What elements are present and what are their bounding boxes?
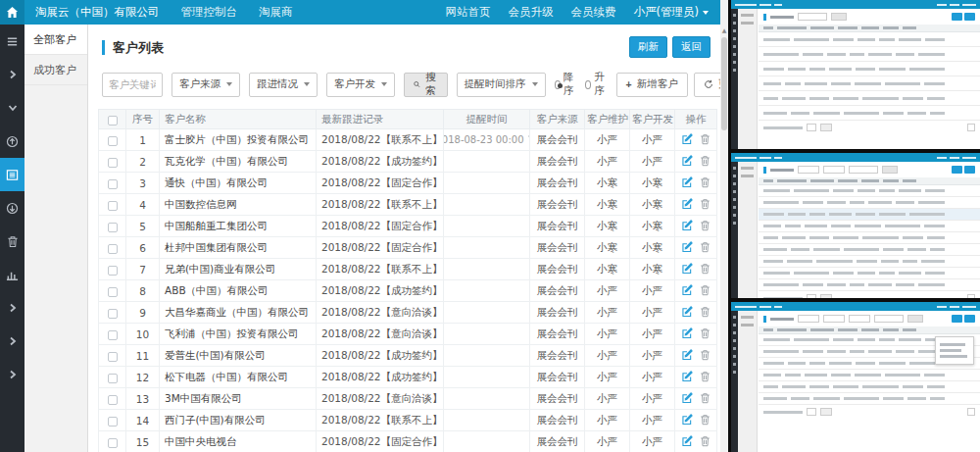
checkbox-cell	[99, 410, 126, 431]
delete-icon[interactable]	[700, 306, 710, 320]
row-checkbox[interactable]	[108, 158, 118, 168]
sidebar-chevron-right-icon-9[interactable]	[0, 325, 24, 358]
edit-icon[interactable]	[681, 434, 694, 449]
row-checkbox[interactable]	[108, 201, 118, 211]
sidebar-chevron-right-icon-1[interactable]	[0, 58, 24, 91]
edit-icon[interactable]	[681, 176, 694, 190]
keyword-input[interactable]	[102, 73, 163, 97]
delete-icon[interactable]	[700, 414, 710, 427]
row-checkbox[interactable]	[108, 287, 118, 297]
row-checkbox[interactable]	[108, 417, 118, 427]
select-all-checkbox[interactable]	[108, 116, 118, 126]
user-menu[interactable]: 小严(管理员)	[634, 5, 709, 20]
sidebar-list-icon-4[interactable]	[0, 158, 24, 191]
edit-icon[interactable]	[681, 262, 694, 276]
actions-cell	[675, 431, 717, 452]
delete-icon[interactable]	[700, 327, 710, 341]
customer-develop-select[interactable]: 客户开发	[326, 73, 395, 97]
sort-ascending-radio[interactable]: 升序	[585, 71, 608, 98]
edit-icon[interactable]	[681, 240, 694, 255]
maintainer-cell: 小严	[585, 280, 630, 302]
edit-icon[interactable]	[681, 370, 694, 384]
topnav-member-renew[interactable]: 会员续费	[571, 5, 616, 20]
search-button[interactable]: 搜索	[404, 73, 448, 97]
brand-company-name[interactable]: 淘展云（中国）有限公司	[35, 5, 160, 20]
back-button[interactable]: 返回	[672, 36, 710, 58]
row-checkbox[interactable]	[108, 266, 118, 276]
row-checkbox[interactable]	[108, 179, 118, 189]
delete-icon[interactable]	[700, 371, 710, 384]
sidebar-sign-out-icon-5[interactable]	[0, 191, 24, 225]
refresh-button[interactable]: 刷新	[629, 36, 667, 58]
thumbnail-content	[759, 162, 980, 298]
edit-icon[interactable]	[681, 413, 694, 427]
delete-icon[interactable]	[700, 392, 710, 406]
sort-descending-radio[interactable]: 降序	[555, 71, 577, 98]
delete-icon[interactable]	[700, 241, 710, 255]
scrollbar-thumb[interactable]	[721, 37, 727, 130]
delete-icon[interactable]	[700, 220, 710, 233]
sidebar-chevron-down-icon-2[interactable]	[0, 91, 24, 125]
reminder-time-sort-select[interactable]: 提醒时间排序	[457, 73, 546, 97]
row-checkbox[interactable]	[108, 352, 118, 362]
row-checkbox[interactable]	[108, 438, 118, 448]
delete-icon[interactable]	[700, 284, 710, 298]
delete-icon[interactable]	[700, 133, 710, 147]
row-checkbox[interactable]	[108, 374, 118, 383]
home-icon[interactable]	[0, 0, 24, 25]
edit-icon[interactable]	[681, 197, 694, 212]
developer-cell: 小寒	[630, 194, 675, 216]
delete-icon[interactable]	[700, 263, 710, 276]
topnav-site-home[interactable]: 网站首页	[446, 5, 491, 20]
actions-cell	[675, 280, 717, 302]
row-checkbox[interactable]	[108, 309, 118, 319]
add-customer-button[interactable]: + 新增客户	[616, 73, 688, 97]
checkbox-cell	[99, 129, 126, 151]
table-row: 12松下电器（中国）有限公司2018/08/22【成功签约】展会会刊小严小严	[99, 367, 717, 388]
sidebar-chart-icon-7[interactable]	[0, 258, 24, 291]
sidebar-sign-in-icon-3[interactable]	[0, 125, 24, 158]
edit-icon[interactable]	[681, 283, 694, 298]
sidebar-chevron-right-icon-10[interactable]	[0, 358, 24, 391]
customer-name-cell: 3M中国有限公司	[160, 388, 317, 410]
topnav-member-upgrade[interactable]: 会员升级	[509, 5, 554, 20]
row-checkbox[interactable]	[108, 244, 118, 254]
customer-source-select[interactable]: 客户来源	[172, 73, 240, 97]
sidebar-trash-icon-6[interactable]	[0, 225, 24, 258]
row-checkbox[interactable]	[108, 223, 118, 232]
row-checkbox[interactable]	[108, 395, 118, 405]
seq-cell: 2	[126, 151, 160, 173]
latest-record-cell: 2018/08/22【意向洽谈】	[317, 388, 444, 410]
row-checkbox[interactable]	[108, 330, 118, 340]
seq-cell: 3	[126, 173, 160, 194]
sidebar-chevron-right-icon-8[interactable]	[0, 291, 24, 325]
topnav-admin-console[interactable]: 管理控制台	[181, 5, 238, 20]
sidebar-menu-icon-0[interactable]	[0, 25, 24, 58]
actions-cell	[675, 410, 717, 431]
edit-icon[interactable]	[681, 391, 694, 406]
source-cell: 展会会刊	[530, 280, 585, 302]
vertical-scrollbar[interactable]: ▲	[720, 0, 728, 452]
delete-icon[interactable]	[700, 349, 710, 363]
actions-cell	[675, 302, 717, 324]
edit-icon[interactable]	[681, 132, 694, 147]
edit-icon[interactable]	[681, 219, 694, 233]
user-name: 小严(管理员)	[634, 5, 699, 20]
delete-icon[interactable]	[700, 176, 710, 190]
sidebar-item-success-customers[interactable]: 成功客户	[24, 55, 87, 85]
topnav-taozhanshang[interactable]: 淘展商	[259, 5, 293, 20]
delete-icon[interactable]	[700, 198, 710, 212]
edit-icon[interactable]	[681, 326, 694, 341]
table-row: 5中国船舶重工集团公司2018/08/22【固定合作】展会会刊小寒小寒	[99, 216, 717, 237]
edit-icon[interactable]	[681, 154, 694, 169]
follow-up-status-select[interactable]: 跟进情况	[249, 73, 318, 97]
row-checkbox[interactable]	[108, 136, 118, 146]
edit-icon[interactable]	[681, 348, 694, 363]
scroll-up-arrow-icon[interactable]: ▲	[720, 25, 728, 35]
developer-cell: 小寒	[630, 216, 675, 237]
sidebar-item-all-customers[interactable]: 全部客户	[24, 25, 87, 55]
edit-icon[interactable]	[681, 305, 694, 320]
seq-cell: 1	[126, 129, 160, 151]
delete-icon[interactable]	[700, 155, 710, 169]
delete-icon[interactable]	[700, 435, 710, 449]
